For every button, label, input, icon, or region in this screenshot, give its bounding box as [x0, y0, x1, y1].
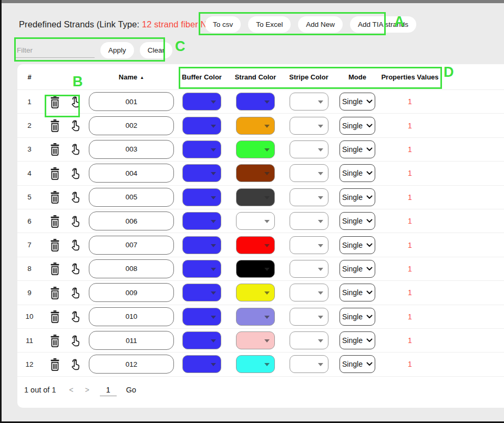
- properties-value: 1: [379, 145, 440, 154]
- mode-select[interactable]: Single: [340, 331, 375, 349]
- delete-icon[interactable]: [48, 286, 61, 300]
- col-header-name[interactable]: Name▲: [88, 73, 175, 81]
- delete-icon[interactable]: [48, 357, 61, 371]
- delete-icon[interactable]: [48, 118, 61, 133]
- add-new-button[interactable]: Add New: [298, 16, 343, 33]
- to-excel-button[interactable]: To Excel: [248, 16, 291, 33]
- delete-icon[interactable]: [48, 261, 61, 276]
- strand-color-dropdown[interactable]: [236, 308, 275, 326]
- stripe-color-dropdown[interactable]: [290, 308, 328, 326]
- mode-select[interactable]: Single: [340, 212, 375, 230]
- mode-select-label: Single: [342, 145, 363, 154]
- select-strand-icon[interactable]: [68, 309, 81, 324]
- add-tia-strands-button[interactable]: Add TIA strands: [350, 16, 416, 33]
- strand-color-dropdown[interactable]: [236, 284, 275, 301]
- delete-icon[interactable]: [48, 334, 61, 348]
- stripe-color-dropdown[interactable]: [290, 164, 328, 182]
- name-input[interactable]: [89, 188, 174, 207]
- mode-select-label: Single: [342, 193, 363, 202]
- name-input[interactable]: [89, 116, 174, 135]
- select-strand-icon[interactable]: [68, 214, 81, 228]
- stripe-color-dropdown[interactable]: [290, 93, 328, 110]
- go-button[interactable]: Go: [126, 386, 136, 394]
- select-strand-icon[interactable]: [68, 95, 81, 109]
- delete-icon[interactable]: [48, 95, 61, 109]
- strand-color-dropdown[interactable]: [236, 260, 275, 278]
- name-input[interactable]: [89, 355, 174, 374]
- stripe-color-dropdown[interactable]: [290, 140, 328, 158]
- previous-page-button[interactable]: <: [69, 386, 73, 394]
- name-input[interactable]: [89, 164, 174, 183]
- stripe-color-dropdown[interactable]: [290, 331, 328, 349]
- to-csv-button[interactable]: To csv: [205, 16, 241, 33]
- name-input[interactable]: [89, 307, 174, 326]
- mode-select[interactable]: Single: [340, 117, 375, 135]
- strand-color-dropdown[interactable]: [236, 117, 275, 135]
- buffer-color-dropdown[interactable]: [182, 355, 221, 373]
- strand-color-dropdown[interactable]: [236, 188, 275, 206]
- buffer-color-dropdown[interactable]: [182, 284, 221, 301]
- stripe-color-dropdown[interactable]: [290, 355, 328, 373]
- mode-select[interactable]: Single: [340, 355, 375, 373]
- apply-button[interactable]: Apply: [100, 42, 134, 58]
- delete-icon[interactable]: [48, 142, 61, 156]
- page-number-input[interactable]: [100, 384, 117, 396]
- mode-select[interactable]: Single: [340, 260, 375, 278]
- name-input[interactable]: [89, 92, 174, 111]
- select-strand-icon[interactable]: [68, 357, 81, 371]
- name-input[interactable]: [89, 236, 174, 255]
- strand-color-dropdown[interactable]: [236, 355, 275, 373]
- name-input[interactable]: [89, 259, 174, 278]
- buffer-color-dropdown[interactable]: [182, 93, 221, 110]
- delete-icon[interactable]: [48, 166, 61, 180]
- buffer-color-dropdown[interactable]: [182, 260, 221, 278]
- mode-select[interactable]: Single: [340, 93, 375, 110]
- select-strand-icon[interactable]: [68, 190, 81, 204]
- stripe-color-dropdown[interactable]: [290, 284, 328, 301]
- delete-icon[interactable]: [48, 190, 61, 204]
- mode-select[interactable]: Single: [340, 236, 375, 254]
- strand-color-dropdown[interactable]: [236, 164, 275, 182]
- page-title: Predefined Strands (Link Type: 12 strand…: [19, 19, 222, 29]
- name-input[interactable]: [89, 331, 174, 350]
- stripe-color-dropdown[interactable]: [290, 117, 328, 135]
- buffer-color-dropdown[interactable]: [182, 212, 221, 230]
- select-strand-icon[interactable]: [68, 142, 81, 156]
- strand-color-dropdown[interactable]: [236, 140, 275, 158]
- next-page-button[interactable]: >: [85, 386, 89, 394]
- strand-color-dropdown[interactable]: [236, 212, 275, 230]
- stripe-color-dropdown[interactable]: [290, 188, 328, 206]
- buffer-color-dropdown[interactable]: [182, 236, 221, 254]
- clear-button[interactable]: Clear: [140, 42, 172, 58]
- strand-color-dropdown[interactable]: [236, 93, 275, 110]
- name-input[interactable]: [89, 140, 174, 159]
- stripe-color-dropdown[interactable]: [290, 212, 328, 230]
- select-strand-icon[interactable]: [68, 334, 81, 348]
- delete-icon[interactable]: [48, 214, 61, 228]
- buffer-color-dropdown[interactable]: [182, 308, 221, 326]
- strand-color-dropdown[interactable]: [236, 331, 275, 349]
- name-input[interactable]: [89, 283, 174, 302]
- select-strand-icon[interactable]: [68, 118, 81, 133]
- select-strand-icon[interactable]: [68, 261, 81, 276]
- buffer-color-dropdown[interactable]: [182, 331, 221, 349]
- buffer-color-dropdown[interactable]: [182, 188, 221, 206]
- select-strand-icon[interactable]: [68, 166, 81, 180]
- strand-color-dropdown[interactable]: [236, 236, 275, 254]
- buffer-color-dropdown[interactable]: [182, 164, 221, 182]
- mode-select[interactable]: Single: [340, 140, 375, 158]
- buffer-color-dropdown[interactable]: [182, 117, 221, 135]
- stripe-color-dropdown[interactable]: [290, 260, 328, 278]
- mode-select[interactable]: Single: [340, 308, 375, 326]
- select-strand-icon[interactable]: [68, 238, 81, 252]
- select-strand-icon[interactable]: [68, 286, 81, 300]
- mode-select[interactable]: Single: [340, 164, 375, 182]
- delete-icon[interactable]: [48, 309, 61, 324]
- buffer-color-dropdown[interactable]: [182, 140, 221, 158]
- mode-select[interactable]: Single: [340, 188, 375, 206]
- delete-icon[interactable]: [48, 238, 61, 252]
- filter-input[interactable]: [16, 43, 95, 58]
- stripe-color-dropdown[interactable]: [290, 236, 328, 254]
- mode-select[interactable]: Single: [340, 284, 375, 301]
- name-input[interactable]: [89, 212, 174, 230]
